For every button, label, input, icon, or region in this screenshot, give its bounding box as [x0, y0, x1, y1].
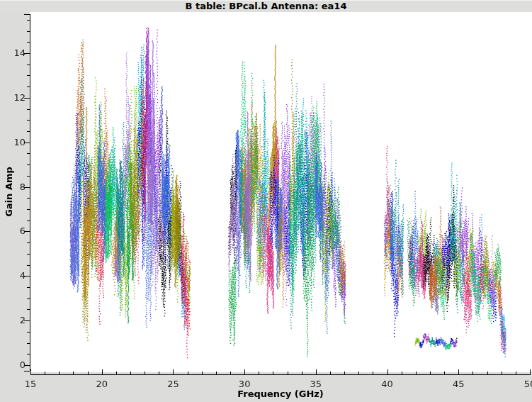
y-tick-label: 2: [0, 315, 26, 325]
title-bar: B table: BPcal.b Antenna: ea14: [0, 0, 532, 12]
y-tick-label: 12: [0, 92, 26, 103]
x-axis-label: Frequency (GHz): [30, 389, 531, 399]
x-tick-label: 30: [230, 379, 259, 389]
y-tick-label: 8: [0, 182, 26, 192]
plot-title: B table: BPcal.b Antenna: ea14: [186, 1, 347, 11]
x-tick-label: 20: [88, 379, 116, 389]
x-tick-label: 45: [444, 379, 472, 389]
x-tick-label: 40: [373, 379, 402, 389]
x-tick-label: 50: [516, 379, 532, 389]
y-tick-label: 10: [0, 137, 26, 147]
x-tick-label: 35: [302, 379, 330, 389]
x-tick-label: 15: [16, 379, 45, 389]
y-tick-label: 4: [0, 270, 26, 281]
plot-canvas: [0, 0, 532, 402]
y-tick-label: 0: [0, 359, 26, 370]
y-tick-label: 6: [0, 225, 26, 236]
x-tick-label: 25: [159, 379, 187, 389]
y-tick-label: 14: [0, 48, 26, 58]
